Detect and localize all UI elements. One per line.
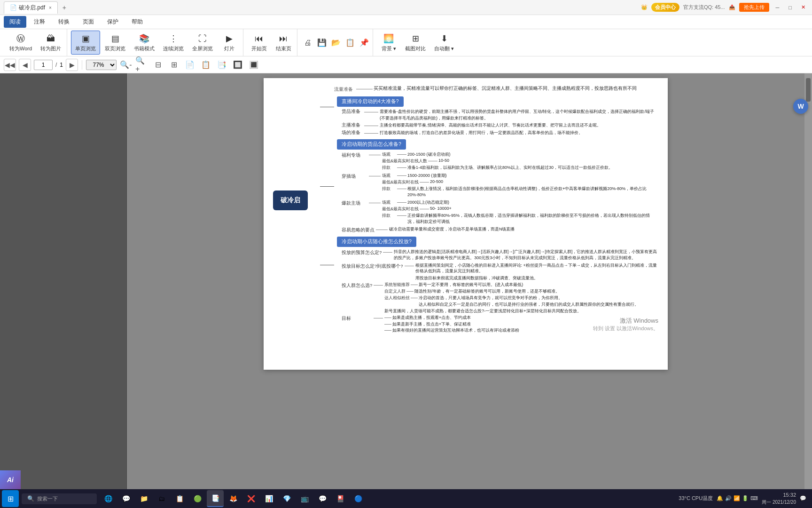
system-clock[interactable]: 15:32 周一 2021/12/20 — [762, 492, 796, 505]
taskbar-notepad[interactable]: 📋 — [171, 490, 188, 507]
fullscreen-icon: ⛶ — [197, 33, 208, 44]
pdf-tab[interactable]: 📄 破冷启.pdf × — [4, 1, 58, 14]
temp-display: 33°C CPU温度 — [679, 495, 713, 502]
pdf-page: 流量准备 买买精准流量，买精准流量可以帮你打正确的标签、沉淀精准人群、主播间策略… — [264, 78, 668, 370]
image-icon: 🏔 — [45, 33, 56, 44]
open-button[interactable]: 📂 — [329, 36, 343, 49]
sys-icon5[interactable]: ⌨ — [750, 495, 758, 501]
fit-width-button[interactable]: ⊟ — [151, 58, 164, 71]
menu-annotate[interactable]: 注释 — [28, 16, 51, 28]
sys-icon3[interactable]: 📶 — [734, 495, 740, 501]
clock-time: 15:32 — [762, 492, 796, 499]
taskbar-explorer[interactable]: 🗂 — [153, 490, 170, 507]
fit-page-button[interactable]: ⊞ — [167, 58, 180, 71]
pdf-content[interactable]: 流量准备 买买精准流量，买精准流量可以帮你打正确的标签、沉淀精准人群、主播间策略… — [127, 73, 804, 489]
sys-icon1[interactable]: 🔔 — [717, 495, 723, 501]
taskbar-excel[interactable]: 📊 — [260, 490, 277, 507]
double-view-button[interactable]: ▤ 双页浏览 — [101, 31, 129, 54]
zoom-out-button[interactable]: 🔍- — [119, 58, 133, 71]
start-button[interactable]: ⊞ — [2, 490, 19, 507]
new-tab-button[interactable]: + — [59, 2, 70, 13]
taskbar-edge[interactable]: 🌐 — [100, 490, 117, 507]
taskbar-right: 33°C CPU温度 🔔 🔊 📶 🔋 ⌨ 15:32 周一 2021/12/20… — [679, 492, 810, 505]
taskbar-app1[interactable]: 🟢 — [189, 490, 206, 507]
to-image-button[interactable]: 🏔 转为图片 — [37, 31, 65, 54]
file-icon1[interactable]: 📄 — [183, 58, 196, 71]
scroll-icon: ⬇ — [438, 33, 450, 44]
menu-protect[interactable]: 保护 — [102, 16, 124, 28]
zoom-in-button[interactable]: 🔍+ — [135, 58, 148, 71]
copy-button[interactable]: 📋 — [344, 36, 357, 49]
taskbar-firefox[interactable]: 🦊 — [225, 490, 242, 507]
paste-button[interactable]: 📌 — [358, 36, 371, 49]
to-word-button[interactable]: Ⓦ 转为Word — [6, 31, 36, 54]
view-group: ▣ 单页浏览 ▤ 双页浏览 📚 书籍模式 ⋮ 连续浏览 ⛶ 全屏浏览 ▶ 灯片 — [69, 29, 243, 56]
taskbar-qq[interactable]: 💬 — [117, 490, 134, 507]
left-panel — [0, 73, 127, 489]
slideshow-icon: ▶ — [224, 33, 235, 44]
double-page-icon: ▤ — [109, 33, 121, 44]
scroll-thumb[interactable] — [806, 78, 811, 102]
vip-icon: 👑 — [641, 4, 648, 10]
file-icon2[interactable]: 📋 — [199, 58, 212, 71]
sys-icon2[interactable]: 🔊 — [725, 495, 732, 501]
vip-badge[interactable]: 会员中心 — [651, 3, 679, 12]
taskbar-app5[interactable]: 🎴 — [332, 490, 349, 507]
menu-convert[interactable]: 转换 — [53, 16, 75, 28]
navbar: ◀◀ ◀ / 1 ▶ 77% 50% 100% 125% 150% 200% 🔍… — [0, 56, 812, 73]
bottom-section-title: 冷启动期小店随心推怎么投放? — [337, 237, 416, 247]
book-mode-button[interactable]: 📚 书籍模式 — [130, 31, 158, 54]
tab-label: 破冷启.pdf — [19, 4, 45, 12]
page-nav-group: ⏮ 开始页 ⏭ 结束页 — [245, 29, 297, 56]
top-section-title: 直播间冷启动的4大准备? — [337, 96, 404, 107]
single-view-button[interactable]: ▣ 单页浏览 — [71, 31, 100, 55]
nav-first-page[interactable]: ◀◀ — [4, 59, 16, 71]
taskbar-media[interactable]: 📺 — [296, 490, 313, 507]
scrollbar[interactable] — [804, 73, 812, 489]
search-icon: 🔍 — [27, 495, 34, 502]
file-icon4[interactable]: 🔲 — [231, 58, 244, 71]
nav-prev-page[interactable]: ◀ — [19, 59, 31, 71]
file-icon5[interactable]: 🔳 — [247, 58, 260, 71]
main-node: 破冷启 — [273, 190, 308, 210]
taskbar-files[interactable]: 📁 — [135, 490, 152, 507]
sys-icon4[interactable]: 🔋 — [742, 495, 749, 501]
screenshot-compare-button[interactable]: ⊞ 截图对比 — [401, 31, 429, 54]
continuous-view-button[interactable]: ⋮ 连续浏览 — [159, 31, 187, 54]
file-group: 🖨 💾 📂 📋 📌 — [299, 29, 373, 56]
background-button[interactable]: 🌅 背景 ▾ — [377, 31, 400, 54]
save-button[interactable]: 💾 — [315, 36, 328, 49]
w-floating-button[interactable]: W — [793, 99, 808, 114]
taskbar-wechat[interactable]: 💬 — [314, 490, 331, 507]
ai-button[interactable]: Ai — [0, 470, 21, 489]
fullscreen-button[interactable]: ⛶ 全屏浏览 — [188, 31, 217, 54]
zoom-select[interactable]: 77% 50% 100% 125% 150% 200% — [86, 60, 117, 70]
minimize-button[interactable]: ─ — [773, 5, 782, 10]
end-page-button[interactable]: ⏭ 结束页 — [272, 31, 295, 54]
middle-section-title: 冷启动期的货品怎么准备? — [337, 139, 406, 150]
taskbar-app3[interactable]: 💎 — [278, 490, 295, 507]
notification-icon[interactable]: 💬 — [800, 495, 806, 501]
close-button[interactable]: ✕ — [798, 4, 808, 10]
convert-group: Ⓦ 转为Word 🏔 转为图片 — [4, 29, 67, 56]
menu-help[interactable]: 帮助 — [126, 16, 148, 28]
taskbar-search[interactable]: 🔍 搜索一下 — [22, 493, 97, 504]
menu-read[interactable]: 阅读 — [4, 16, 26, 28]
start-page-button[interactable]: ⏮ 开始页 — [247, 31, 271, 54]
maximize-button[interactable]: □ — [786, 5, 795, 10]
upload-button[interactable]: 抢先上传 — [739, 3, 769, 12]
page-separator: / — [55, 62, 57, 68]
taskbar-app6[interactable]: 🔵 — [350, 490, 367, 507]
nav-next-page[interactable]: ▶ — [66, 59, 78, 71]
continuous-icon: ⋮ — [168, 33, 179, 44]
file-icon3[interactable]: 📑 — [215, 58, 228, 71]
taskbar-foxitpdf[interactable]: 📑 — [207, 490, 224, 507]
slideshow-button[interactable]: ▶ 灯片 — [218, 31, 241, 54]
menu-page[interactable]: 页面 — [77, 16, 100, 28]
tab-close[interactable]: × — [49, 5, 52, 10]
taskbar-app2[interactable]: ❌ — [242, 490, 259, 507]
auto-scroll-button[interactable]: ⬇ 自动翻 ▾ — [430, 31, 458, 54]
print-button[interactable]: 🖨 — [301, 36, 314, 49]
titlebar: 📄 破冷启.pdf × + 👑 会员中心 官方支流QQ: 45... 📤 抢先上… — [0, 0, 812, 15]
page-number-input[interactable] — [34, 60, 53, 70]
